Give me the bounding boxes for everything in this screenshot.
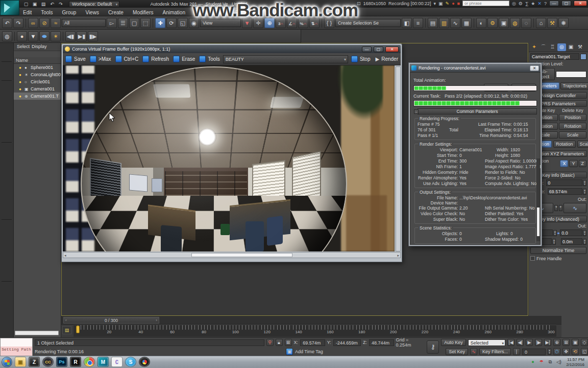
vfb-title-bar[interactable]: Corona Virtual Frame Buffer (1920x1080px…	[63, 45, 401, 53]
previous-frame-icon[interactable]: ◀|	[517, 339, 524, 346]
search-binoculars-icon[interactable]: ◎	[512, 1, 516, 6]
menu-item-edit[interactable]: Edit	[18, 9, 36, 16]
visibility-bulb-icon[interactable]: ●	[19, 73, 23, 77]
object-color-swatch[interactable]	[580, 54, 586, 60]
render-setup-icon[interactable]: ⚙	[487, 18, 498, 28]
taskbar-skype-icon[interactable]: S	[125, 357, 136, 367]
vfb-tools-button[interactable]: Tools	[199, 56, 219, 62]
taskbar-bittorrent-icon[interactable]: ∁	[111, 357, 122, 367]
system-clock[interactable]: 11:57 PM2/12/2016	[564, 357, 586, 367]
maximize-viewport-icon[interactable]: ◱	[581, 348, 588, 355]
zoom-extents-icon[interactable]: ▣	[572, 339, 579, 346]
value-field[interactable]: 69.574m	[548, 188, 582, 195]
exchange-icon[interactable]: ✕	[537, 1, 542, 6]
key-mode-toggle-icon[interactable]: |◀▶|	[513, 348, 520, 355]
world-icon[interactable]: ◍	[2, 31, 12, 41]
select-rotate-icon[interactable]: ⟳	[166, 18, 177, 28]
cloth-icon[interactable]: ▼	[28, 31, 38, 41]
workspace-dropdown[interactable]: Workspace: Default	[69, 1, 119, 7]
vfb-erase-button[interactable]: Erase	[173, 56, 195, 62]
auto-key-button[interactable]: Auto Key	[441, 339, 466, 346]
menu-item-tools[interactable]: Tools	[36, 9, 57, 16]
adv-in-spin-1[interactable]: ▴▾	[553, 230, 557, 236]
tray-update-icon[interactable]: ●	[529, 359, 536, 365]
selection-lock-icon[interactable]: 🔒︎	[276, 339, 283, 346]
select-scale-icon[interactable]: ◱	[178, 18, 188, 28]
state-set-play-icon[interactable]: ▶▮	[77, 31, 87, 41]
value-spinner[interactable]: ▴▾	[583, 189, 586, 195]
chevron-down-icon[interactable]: ▾	[434, 1, 436, 6]
magic-wand-icon[interactable]: ✶	[51, 31, 61, 41]
zoom-all-icon[interactable]: ⊞	[562, 339, 570, 346]
civil-view-icon[interactable]: ⚒	[547, 18, 557, 28]
avira-antivirus-icon[interactable]: ☂	[538, 359, 545, 365]
vfb-vertical-scrollbar[interactable]	[396, 66, 401, 251]
adv-out-spin-2[interactable]: ▴▾	[583, 239, 586, 245]
selection-set-dropdown[interactable]: Selected	[468, 339, 505, 346]
scene-item-coronalight00[interactable]: ●☀CoronaLight00	[14, 71, 61, 78]
name-column-header[interactable]: Name	[14, 57, 61, 64]
undo-icon[interactable]: ↶	[48, 1, 56, 7]
set-key-button[interactable]: Set Key	[446, 348, 468, 355]
isolate-selection-icon[interactable]: ❋	[558, 18, 569, 28]
current-frame-field[interactable]: 0	[522, 349, 546, 355]
trajectories-button[interactable]: Trajectories	[560, 82, 588, 89]
coordinate-display-icon[interactable]: ⊞	[285, 339, 292, 346]
orbit-view-icon[interactable]: ⟲	[572, 348, 579, 355]
pan-view-icon[interactable]: ✥	[562, 348, 570, 355]
taskbar-corona-icon[interactable]	[139, 357, 150, 367]
normalize-time-button[interactable]: Normalize Time	[530, 247, 586, 254]
vfb-max-button[interactable]: >Max	[90, 56, 111, 62]
new-file-icon[interactable]: ▢	[22, 1, 30, 7]
open-mini-curve-editor-icon[interactable]: ▤	[62, 326, 71, 334]
stop-dot-icon[interactable]: ■	[457, 1, 460, 6]
visibility-bulb-icon[interactable]: ●	[19, 80, 23, 84]
lock-icon[interactable]: 🔒︎	[557, 231, 559, 236]
undo-arrow-icon[interactable]: ↶	[2, 18, 12, 28]
utilities-tab-icon[interactable]: ⚒	[576, 43, 584, 51]
isolate-toggle-icon[interactable]: ⚲	[266, 339, 274, 346]
frame-spinner[interactable]: ▴▾	[548, 349, 551, 355]
explorer-menu-select[interactable]: Select	[17, 44, 30, 50]
prs-select-rotation[interactable]: Rotation	[553, 141, 576, 148]
key-filters-curve-icon[interactable]: ∿	[470, 348, 477, 355]
time-configuration-icon[interactable]: 🕒︎	[553, 348, 560, 355]
in-tangent-arrow[interactable]: ◂	[554, 205, 558, 211]
record-dot-icon[interactable]: ●	[452, 1, 454, 6]
select-object-icon[interactable]: ▻	[107, 18, 117, 28]
add-time-tag-label[interactable]: Add Time Tag	[295, 349, 323, 354]
taskbar-zbrush-icon[interactable]: Z	[29, 357, 40, 367]
ribbon-toggle-icon[interactable]: ▥	[439, 18, 449, 28]
camera-icon[interactable]: ▣	[438, 1, 443, 6]
taskbar-chrome-icon[interactable]	[84, 357, 95, 367]
vfb-horizontal-scrollbar[interactable]: ◂▸	[63, 252, 401, 258]
display-tab-icon[interactable]: ▣	[567, 43, 575, 51]
x-coordinate-field[interactable]: 69.574m	[300, 339, 325, 346]
select-link-icon[interactable]: ∞	[28, 18, 38, 28]
menu-item-create[interactable]: Create	[104, 9, 128, 16]
layer-manager-icon[interactable]: ▤	[428, 18, 438, 28]
redo-icon[interactable]: ↷	[57, 1, 64, 7]
out-tangent-button[interactable]: ∿	[564, 203, 586, 213]
time-slider-marker[interactable]	[76, 326, 80, 333]
bind-spacewarp-icon[interactable]: ≈	[51, 18, 61, 28]
vfb-stop-button[interactable]: Stop	[351, 56, 371, 62]
adv-out-spin-1[interactable]: ▴▾	[583, 230, 586, 236]
scene-item-camera001-t[interactable]: ●⊕Camera001.T	[14, 93, 61, 100]
prev-frame-arrow[interactable]: ‹	[65, 317, 67, 324]
3dsmax-logo[interactable]	[0, 0, 19, 15]
taskbar-photoshop-icon[interactable]: Ps	[56, 357, 67, 367]
time-slider[interactable]: ‹ 0 / 300 ›	[63, 317, 159, 324]
y-coordinate-field[interactable]: -244.659m	[333, 339, 361, 346]
mirror-icon[interactable]: ◧	[402, 18, 412, 28]
go-to-end-icon[interactable]: ▶|	[544, 339, 551, 346]
menu-item-group[interactable]: Group	[58, 9, 81, 16]
vfb-minimize-button[interactable]: —	[362, 47, 372, 52]
select-move-icon[interactable]: ✚	[155, 18, 165, 28]
visibility-bulb-icon[interactable]: ●	[19, 87, 23, 91]
selection-filter-dropdown[interactable]: All	[62, 19, 106, 27]
material-editor-icon[interactable]: ◐	[476, 18, 486, 28]
axis-z[interactable]: Z	[579, 160, 587, 167]
object-name-field[interactable]: Camera001.Target	[530, 53, 579, 60]
rendering-dialog-title-bar[interactable]: Rendering - coronarendertest.avi ✕	[410, 64, 541, 72]
